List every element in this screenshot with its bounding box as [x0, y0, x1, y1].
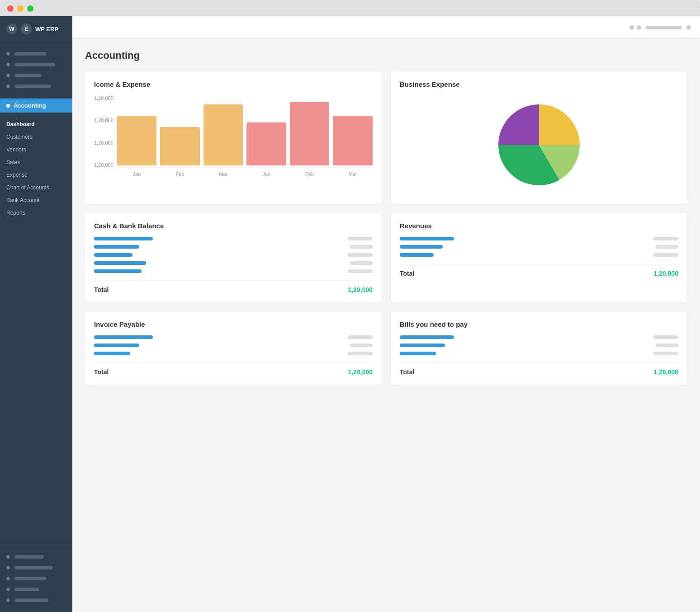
- sidebar-placeholder-b3: [0, 573, 72, 584]
- nav-dot: [6, 52, 10, 56]
- bar-group-jan-expense: [246, 122, 286, 165]
- bar-label-jan2: Jan: [246, 171, 286, 177]
- topbar-dot-1: [629, 25, 634, 30]
- invoice-row-3: [94, 352, 373, 355]
- invoice-row-2: [94, 344, 373, 347]
- business-expense-title: Business Expense: [400, 80, 678, 88]
- bar-label-mar1: Mar: [203, 171, 243, 177]
- invoice-bar-right-3: [348, 352, 373, 355]
- bar-feb-income: [160, 127, 200, 165]
- nav-line: [14, 566, 53, 570]
- sidebar-placeholder-b2: [0, 562, 72, 573]
- topbar: [72, 16, 700, 39]
- nav-dot: [6, 588, 10, 591]
- maximize-button[interactable]: [27, 5, 33, 12]
- nav-dot: [6, 555, 10, 559]
- cash-bank-total-row: Total 1,20,000: [94, 280, 373, 293]
- bar-labels-row: Jan Feb Mar Jan Feb Mar: [117, 171, 373, 177]
- sidebar-item-chart-of-accounts[interactable]: Chart of Accounts: [0, 181, 72, 194]
- cash-bank-bar-right-4: [350, 261, 373, 265]
- minimize-button[interactable]: [17, 5, 24, 12]
- nav-dot: [6, 63, 10, 66]
- bills-title: Bills you need to pay: [400, 320, 678, 328]
- sidebar-placeholder-3: [0, 70, 72, 81]
- wordpress-icon: W: [6, 24, 17, 34]
- cash-bank-right-2: [327, 245, 373, 249]
- bills-bar-right-1: [653, 335, 678, 339]
- invoice-bar-left-1: [94, 335, 153, 339]
- revenues-total-row: Total 1,20,000: [400, 264, 678, 277]
- revenues-bar-right-3: [653, 253, 678, 257]
- bills-row-1: [400, 335, 678, 339]
- sidebar-active-module[interactable]: Accounting: [0, 99, 72, 113]
- active-dot: [6, 104, 10, 108]
- sidebar-item-customers[interactable]: Customers: [0, 131, 72, 143]
- bills-bar-right-2: [656, 344, 678, 347]
- invoice-bar-right-1: [348, 335, 373, 339]
- income-expense-title: Icome & Expense: [94, 80, 373, 88]
- revenues-bar-left-2: [400, 245, 443, 249]
- sidebar-bottom-section: [0, 545, 72, 612]
- cash-bank-card: Cash & Bank Balance: [85, 213, 382, 302]
- invoice-total-label: Total: [94, 368, 109, 376]
- cash-bank-rows: [94, 237, 373, 273]
- nav-line: [14, 74, 42, 77]
- bar-jan-income: [117, 116, 157, 165]
- nav-dot: [6, 74, 10, 77]
- bills-bar-left-2: [400, 344, 445, 347]
- topbar-dot-2: [637, 25, 641, 30]
- revenues-right-2: [633, 245, 678, 249]
- cash-bank-bar-left-1: [94, 237, 153, 240]
- sidebar-placeholder-b4: [0, 584, 72, 595]
- sidebar-placeholder-4: [0, 81, 72, 92]
- bills-total-row: Total 1,20,000: [400, 362, 678, 376]
- sidebar-placeholder-2: [0, 59, 72, 70]
- sidebar-item-reports[interactable]: Reports: [0, 207, 72, 219]
- bills-total-label: Total: [400, 368, 414, 376]
- sidebar-item-vendors[interactable]: Vendors: [0, 143, 72, 156]
- revenues-bar-right-1: [653, 237, 678, 240]
- revenues-card: Revenues: [391, 213, 687, 302]
- bills-right-1: [633, 335, 678, 339]
- invoice-right-1: [327, 335, 373, 339]
- revenues-total-label: Total: [400, 270, 414, 277]
- revenues-bar-left-3: [400, 253, 434, 257]
- nav-dot: [6, 598, 10, 602]
- main-content: Accounting Icome & Expense 1,20,000 1,20…: [72, 16, 700, 612]
- sidebar-nav: Dashboard Customers Vendors Sales Expens…: [0, 114, 72, 223]
- cash-bank-bar-left-5: [94, 269, 142, 273]
- invoice-right-2: [327, 344, 373, 347]
- sidebar-item-sales[interactable]: Sales: [0, 156, 72, 169]
- revenues-right-1: [633, 237, 678, 240]
- nav-line: [14, 52, 46, 56]
- pie-chart: [494, 100, 584, 190]
- sidebar-item-bank-account[interactable]: Bank Account: [0, 194, 72, 207]
- revenues-right-3: [633, 253, 678, 257]
- y-label-1: 1,20,000: [94, 162, 114, 168]
- active-module-label: Accounting: [14, 102, 46, 109]
- nav-line: [14, 588, 39, 591]
- sidebar-top-section: [0, 42, 72, 99]
- cash-bank-bar-right-5: [348, 269, 373, 273]
- revenues-total-value: 1,20,000: [654, 270, 679, 277]
- y-label-2: 1,20,000: [94, 140, 114, 146]
- cash-bank-total-label: Total: [94, 286, 109, 293]
- cash-bank-right-4: [327, 261, 373, 265]
- nav-line: [14, 85, 51, 88]
- invoice-payable-rows: [94, 335, 373, 355]
- bar-group-mar-income: [203, 104, 243, 165]
- page-title: Accounting: [85, 50, 687, 61]
- cash-bank-bar-left-4: [94, 261, 146, 265]
- y-label-3: 1,20,000: [94, 118, 114, 123]
- sidebar-item-dashboard[interactable]: Dashboard: [0, 118, 72, 131]
- cash-bank-bar-right-1: [348, 237, 373, 240]
- sidebar-item-expense[interactable]: Expense: [0, 169, 72, 181]
- app-container: W E WP ERP Accounting: [0, 16, 700, 612]
- window-chrome: [0, 0, 700, 16]
- revenues-rows: [400, 237, 678, 257]
- sidebar-header: W E WP ERP: [0, 16, 72, 42]
- revenues-row-3: [400, 253, 678, 257]
- close-button[interactable]: [7, 5, 14, 12]
- revenues-bar-left-1: [400, 237, 454, 240]
- bar-group-jan-income: [117, 116, 157, 165]
